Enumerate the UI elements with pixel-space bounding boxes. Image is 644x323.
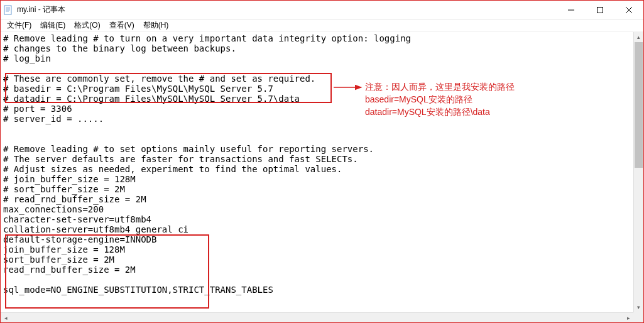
minimize-button[interactable]	[557, 1, 586, 19]
content-area: # Remove leading # to turn on a very imp…	[1, 32, 643, 322]
vertical-scrollbar-thumb[interactable]	[635, 42, 643, 168]
menu-help[interactable]: 帮助(H)	[139, 19, 173, 32]
scrollbar-corner	[633, 312, 643, 322]
annotation-line3: datadir=MySQL安装的路径\data	[365, 106, 515, 118]
annotation-note: 注意：因人而异，这里是我安装的路径 basedir=MySQL安装的路径 dat…	[365, 80, 515, 118]
menu-format[interactable]: 格式(O)	[70, 19, 104, 32]
menu-view[interactable]: 查看(V)	[106, 19, 138, 32]
annotation-line1: 注意：因人而异，这里是我安装的路径	[365, 80, 515, 93]
titlebar: my.ini - 记事本	[1, 1, 643, 19]
menubar: 文件(F) 编辑(E) 格式(O) 查看(V) 帮助(H)	[1, 19, 643, 32]
editor-text[interactable]: # Remove leading # to turn on a very imp…	[1, 32, 643, 296]
annotation-line2: basedir=MySQL安装的路径	[365, 93, 515, 106]
window-title: my.ini - 记事本	[17, 4, 557, 15]
menu-file[interactable]: 文件(F)	[3, 19, 35, 32]
app-icon	[3, 5, 13, 15]
maximize-button[interactable]	[586, 1, 614, 19]
window-controls	[557, 1, 643, 19]
vertical-scrollbar[interactable]	[633, 32, 643, 312]
svg-rect-6	[598, 7, 603, 13]
horizontal-scrollbar[interactable]	[1, 312, 633, 322]
close-button[interactable]	[614, 1, 643, 19]
menu-edit[interactable]: 编辑(E)	[36, 19, 69, 32]
